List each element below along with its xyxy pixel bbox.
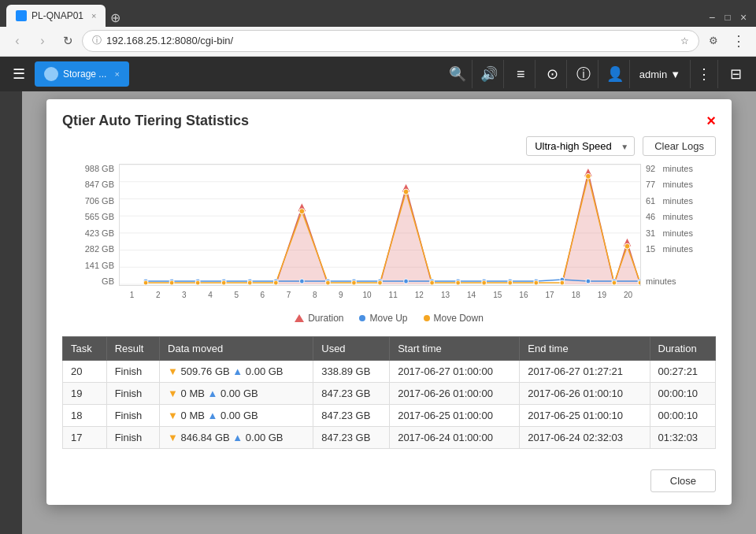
col-used: Used	[313, 337, 390, 361]
cell-result-20: Finish	[106, 361, 159, 383]
x-label-18: 18	[563, 291, 589, 299]
cell-task-20: 20	[63, 361, 107, 383]
y-left-label-0: 988 GB	[62, 164, 114, 173]
reload-btn[interactable]: ↻	[57, 30, 79, 52]
table-row: 17 Finish ▼ 846.84 GB ▲ 0.00 GB 847.23 G…	[63, 427, 716, 449]
minimize-btn[interactable]: −	[706, 11, 718, 24]
x-label-9: 9	[328, 291, 354, 299]
cell-task-19: 19	[63, 383, 107, 405]
data-moved-up-20: 0.00 GB	[246, 365, 284, 377]
move-up-dot-icon	[359, 315, 365, 321]
legend-duration-label: Duration	[308, 313, 343, 324]
legend-move-down: Move Down	[424, 313, 484, 324]
cell-end-19: 2017-06-26 01:00:10	[520, 383, 650, 405]
legend-duration: Duration	[295, 313, 343, 324]
y-left-label-7: GB	[62, 276, 114, 286]
y-left-label-4: 423 GB	[62, 228, 114, 238]
cell-start-19: 2017-06-26 01:00:00	[390, 383, 520, 405]
more-options-icon[interactable]: ⋮	[690, 60, 718, 88]
move-down-dot-icon	[424, 315, 430, 321]
col-result: Result	[106, 337, 159, 361]
svg-point-50	[508, 280, 513, 285]
page-area: Qtier Auto Tiering Statistics × Ultra-hi…	[22, 91, 756, 534]
svg-point-48	[456, 280, 461, 285]
modal-title: Qtier Auto Tiering Statistics	[62, 113, 249, 129]
y-axis-left: 988 GB 847 GB 706 GB 565 GB 423 GB 282 G…	[62, 164, 119, 286]
new-tab-btn[interactable]: ⊕	[106, 10, 125, 25]
x-label-11: 11	[380, 291, 406, 299]
col-task: Task	[63, 337, 107, 361]
data-table: Task Result Data moved Used Start time E…	[62, 336, 716, 449]
search-icon[interactable]: 🔍	[444, 60, 472, 88]
svg-point-36	[143, 280, 148, 285]
x-label-15: 15	[484, 291, 510, 299]
svg-point-47	[430, 280, 435, 285]
modal-close-btn[interactable]: ×	[706, 112, 716, 130]
extensions-btn[interactable]: ⚙	[702, 30, 724, 52]
x-label-10: 10	[354, 291, 380, 299]
svg-point-56	[638, 280, 640, 285]
svg-point-26	[404, 279, 409, 284]
cell-used-18: 847.23 GB	[313, 405, 390, 427]
close-btn[interactable]: Close	[650, 469, 716, 492]
forward-btn[interactable]: ›	[32, 30, 54, 52]
storage-tab[interactable]: Storage ... ×	[35, 61, 129, 87]
clear-logs-btn[interactable]: Clear Logs	[643, 136, 716, 156]
chart-plot	[119, 164, 641, 286]
chart-area: 988 GB 847 GB 706 GB 565 GB 423 GB 282 G…	[62, 164, 716, 324]
duration-triangle-icon	[295, 314, 304, 322]
print-icon[interactable]: ⊙	[539, 60, 567, 88]
modal-body: Ultra-high Speed High Speed Medium Speed…	[46, 136, 732, 462]
hamburger-btn[interactable]: ☰	[6, 62, 32, 86]
data-moved-down-18: 0 MB	[181, 410, 205, 421]
title-bar: PL-QNAP01 × ⊕ − □ ×	[0, 0, 756, 25]
address-bar[interactable]: ⓘ 192.168.25.12:8080/cgi-bin/ ☆	[82, 30, 699, 52]
move-up-icon: ▲	[232, 432, 243, 443]
modal: Qtier Auto Tiering Statistics × Ultra-hi…	[46, 99, 732, 505]
modal-footer: Close	[46, 462, 732, 505]
user-menu[interactable]: admin ▼	[633, 69, 687, 80]
svg-point-46	[403, 189, 409, 195]
svg-point-38	[195, 280, 200, 285]
svg-point-52	[560, 280, 565, 285]
svg-marker-9	[380, 188, 432, 284]
info-icon[interactable]: ⓘ	[570, 60, 598, 88]
modal-overlay: Qtier Auto Tiering Statistics × Ultra-hi…	[22, 91, 756, 534]
bookmark-btn[interactable]: ☆	[680, 35, 689, 46]
user-dropdown-arrow: ▼	[670, 69, 680, 80]
svg-point-43	[325, 280, 330, 285]
cell-start-20: 2017-06-27 01:00:00	[390, 361, 520, 383]
dashboard-icon[interactable]: ⊟	[721, 60, 750, 88]
volume-icon[interactable]: 🔊	[476, 60, 504, 88]
legend-move-up-label: Move Up	[369, 313, 407, 324]
x-label-3: 3	[171, 291, 197, 299]
tab-icon	[16, 10, 27, 21]
storage-tab-close[interactable]: ×	[114, 69, 119, 79]
tab-close-btn[interactable]: ×	[91, 11, 96, 20]
x-label-1: 1	[119, 291, 145, 299]
close-window-btn[interactable]: ×	[737, 11, 750, 24]
table-row: 20 Finish ▼ 509.76 GB ▲ 0.00 GB 338.89 G…	[63, 361, 716, 383]
modal-header: Qtier Auto Tiering Statistics ×	[46, 99, 732, 136]
x-label-4: 4	[197, 291, 223, 299]
svg-point-39	[221, 280, 226, 285]
layers-icon[interactable]: ≡	[507, 60, 536, 88]
back-btn[interactable]: ‹	[6, 30, 28, 52]
cell-end-18: 2017-06-25 01:00:10	[520, 405, 650, 427]
y-right-label-3: 46 minutes	[646, 212, 716, 221]
move-up-icon: ▲	[232, 365, 243, 377]
maximize-btn[interactable]: □	[721, 11, 734, 24]
browser-tab[interactable]: PL-QNAP01 ×	[6, 5, 106, 27]
speed-dropdown[interactable]: Ultra-high Speed High Speed Medium Speed…	[526, 136, 635, 156]
svg-point-55	[624, 243, 630, 249]
menu-btn[interactable]: ⋮	[728, 30, 750, 52]
cell-task-17: 17	[63, 427, 107, 449]
x-label-16: 16	[510, 291, 536, 299]
x-label-17: 17	[537, 291, 563, 299]
controls-row: Ultra-high Speed High Speed Medium Speed…	[62, 136, 716, 156]
cell-duration-19: 00:00:10	[650, 383, 716, 405]
y-axis-right: 92 minutes 77 minutes 61 minutes 46 minu…	[641, 164, 716, 286]
chart-container: 988 GB 847 GB 706 GB 565 GB 423 GB 282 G…	[62, 164, 716, 310]
user-icon[interactable]: 👤	[602, 60, 630, 88]
move-down-icon: ▼	[168, 432, 178, 443]
